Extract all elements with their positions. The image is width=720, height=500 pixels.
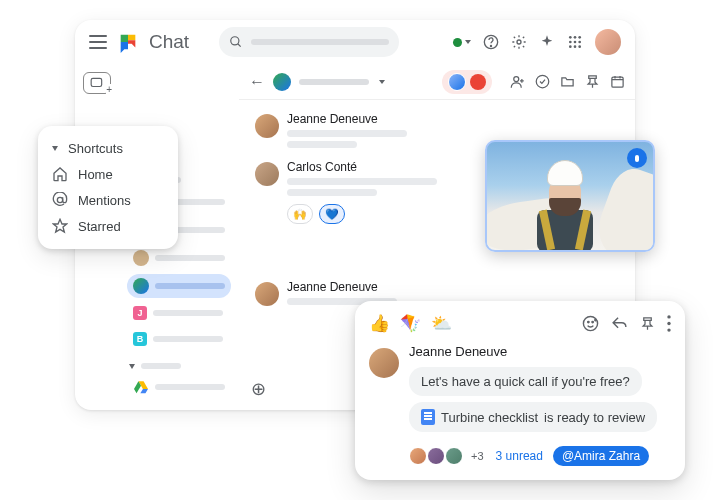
- message-bubble-attachment[interactable]: Turbine checklist is ready to review: [409, 402, 657, 432]
- sender-name: Jeanne Deneuve: [287, 280, 397, 294]
- at-icon: [52, 192, 68, 208]
- svg-point-21: [588, 321, 589, 322]
- video-call-pip[interactable]: [485, 140, 655, 252]
- shortcuts-menu: Shortcuts Home Mentions Starred: [38, 126, 178, 249]
- account-avatar[interactable]: [595, 29, 621, 55]
- reply-icon[interactable]: [611, 315, 628, 332]
- svg-point-12: [574, 45, 577, 48]
- svg-line-1: [238, 44, 241, 47]
- svg-point-5: [569, 36, 572, 39]
- more-menu-icon[interactable]: [667, 315, 671, 332]
- svg-point-10: [578, 41, 581, 44]
- svg-point-6: [574, 36, 577, 39]
- reaction-chip[interactable]: 💙: [319, 204, 345, 224]
- pin-icon[interactable]: [585, 74, 600, 89]
- svg-point-22: [592, 321, 593, 322]
- svg-point-15: [514, 77, 519, 82]
- sender-avatar: [255, 114, 279, 138]
- chat-header: ←: [239, 64, 635, 100]
- search-input[interactable]: [219, 27, 399, 57]
- message-actions-popup: 👍 🪁 ⛅ Jeanne Deneuve Let's have a quick …: [355, 301, 685, 480]
- compose-button[interactable]: ⊕: [251, 378, 266, 400]
- chevron-down-icon[interactable]: [379, 80, 385, 84]
- message-bubble[interactable]: Let's have a quick call if you're free?: [409, 367, 642, 396]
- top-bar: Chat: [75, 20, 635, 64]
- svg-point-26: [667, 328, 670, 331]
- sidebar-space-item[interactable]: J: [127, 302, 231, 324]
- svg-point-8: [569, 41, 572, 44]
- svg-point-0: [231, 37, 239, 45]
- sender-name: Carlos Conté: [287, 160, 437, 174]
- svg-point-19: [57, 197, 62, 202]
- svg-point-9: [574, 41, 577, 44]
- sidebar-drive-item[interactable]: [127, 376, 231, 398]
- shortcuts-heading[interactable]: Shortcuts: [52, 136, 164, 161]
- emoji-picker-icon[interactable]: [582, 315, 599, 332]
- sparkle-icon[interactable]: [539, 34, 555, 50]
- folder-icon[interactable]: [560, 74, 575, 89]
- quick-reaction[interactable]: 👍: [369, 313, 390, 334]
- sidebar-space-item[interactable]: B: [127, 328, 231, 350]
- add-person-icon[interactable]: [510, 74, 525, 89]
- shortcut-mentions[interactable]: Mentions: [52, 187, 164, 213]
- sidebar-section-toggle[interactable]: [127, 360, 231, 372]
- svg-point-25: [667, 322, 670, 325]
- reactions-row: 🙌 💙: [287, 204, 437, 224]
- message-text: [287, 141, 357, 148]
- end-call-icon[interactable]: [470, 74, 486, 90]
- calendar-icon[interactable]: [610, 74, 625, 89]
- shortcut-starred[interactable]: Starred: [52, 213, 164, 239]
- task-check-icon[interactable]: [535, 74, 550, 89]
- active-call-chip[interactable]: [442, 70, 492, 94]
- quick-reactions-toolbar: 👍 🪁 ⛅: [369, 313, 671, 334]
- menu-icon[interactable]: [89, 35, 107, 49]
- sender-avatar: [255, 162, 279, 186]
- sender-name: Jeanne Deneuve: [287, 112, 407, 126]
- svg-point-20: [583, 316, 597, 330]
- svg-point-7: [578, 36, 581, 39]
- quick-reaction[interactable]: ⛅: [431, 313, 452, 334]
- mention-chip[interactable]: @Amira Zahra: [553, 446, 649, 466]
- doc-name: Turbine checklist: [441, 410, 538, 425]
- sender-avatar: [255, 282, 279, 306]
- chat-logo: [117, 31, 139, 53]
- shortcut-home[interactable]: Home: [52, 161, 164, 187]
- svg-rect-23: [644, 318, 652, 321]
- svg-rect-17: [589, 76, 597, 79]
- reaction-chip[interactable]: 🙌: [287, 204, 313, 224]
- top-actions: [453, 29, 621, 55]
- more-participants-count: +3: [471, 450, 484, 462]
- sender-name: Jeanne Deneuve: [409, 344, 671, 359]
- svg-rect-18: [612, 77, 623, 87]
- new-chat-button[interactable]: [83, 72, 111, 94]
- pin-icon[interactable]: [640, 315, 655, 332]
- svg-point-3: [490, 45, 491, 46]
- message-text: [287, 130, 407, 137]
- gear-icon[interactable]: [511, 34, 527, 50]
- participant-avatar: [409, 447, 427, 465]
- star-icon: [52, 218, 68, 234]
- app-title: Chat: [149, 31, 189, 53]
- mic-active-icon[interactable]: [627, 148, 647, 168]
- drive-icon: [133, 380, 149, 394]
- svg-point-11: [569, 45, 572, 48]
- thread-summary[interactable]: +3 3 unread @Amira Zahra: [409, 446, 671, 466]
- back-arrow-icon[interactable]: ←: [249, 73, 265, 91]
- video-participant: [529, 160, 601, 252]
- sidebar-dm-item[interactable]: [127, 246, 231, 270]
- apps-grid-icon[interactable]: [567, 34, 583, 50]
- chevron-down-icon: [52, 146, 58, 151]
- svg-point-13: [578, 45, 581, 48]
- participant-avatar: [427, 447, 445, 465]
- unread-count[interactable]: 3 unread: [496, 449, 543, 463]
- help-icon[interactable]: [483, 34, 499, 50]
- docs-icon: [421, 409, 435, 425]
- sidebar-dm-item-active[interactable]: [127, 274, 231, 298]
- chat-name[interactable]: [299, 79, 369, 85]
- search-placeholder: [251, 39, 389, 45]
- message-text: [287, 189, 377, 196]
- status-indicator[interactable]: [453, 38, 471, 47]
- message-text: [287, 178, 437, 185]
- svg-rect-14: [91, 78, 102, 86]
- quick-reaction[interactable]: 🪁: [400, 313, 421, 334]
